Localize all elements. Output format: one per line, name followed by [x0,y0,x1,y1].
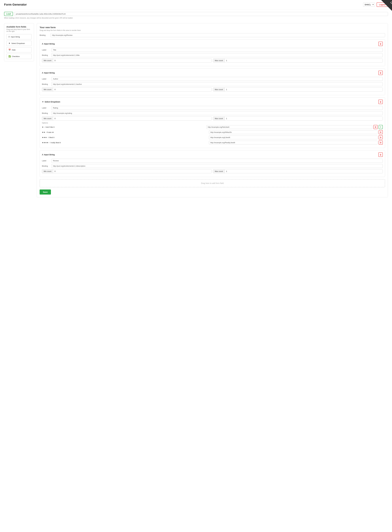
max-count-label-rating: Max count [213,117,225,120]
binding-label-rating: Binding [42,112,50,114]
option-uri-input-0[interactable] [206,125,372,129]
load-button[interactable]: Load [4,12,13,16]
delete-card-author[interactable]: 🗑 [378,71,383,75]
delete-option-1[interactable]: 🗑 [379,130,383,134]
right-panel: Your new form Drag and drop the form fie… [37,23,388,197]
label-label-review: Label [42,160,50,162]
min-count-label-author: Min count [42,88,53,91]
load-hint: When loading a form resource, any change… [0,17,392,21]
chip-checkbox[interactable]: ✅ Checkbox [6,54,32,59]
label-row-author: Label [42,77,383,81]
option-text-1: ★★ - It was ok [42,131,208,133]
drop-zone-label: Drag here to add form field [201,182,224,184]
option-uri-input-3[interactable] [209,141,378,145]
min-count-input-author[interactable] [53,88,211,91]
select-dropdown-icon: ▼ [9,42,10,44]
type-icon-title: Λ [42,43,43,45]
min-count-input-rating[interactable] [53,117,211,120]
options-label: Options [42,122,383,124]
count-row-author: Min count Max count [42,88,383,92]
option-uri-input-1[interactable] [209,131,378,134]
load-input[interactable] [14,12,388,16]
chip-select-dropdown[interactable]: ▼ Select Dropdown [6,41,32,46]
date-icon: 📅 [9,49,11,51]
binding-input-rating[interactable] [51,111,383,115]
max-count-input-author[interactable] [225,88,383,91]
binding-input-review[interactable] [51,164,383,168]
header: Form Generator SHACL Logout [0,0,392,9]
header-controls: SHACL Logout [363,2,388,7]
right-panel-subtitle: Drag and drop the form fields in this ar… [40,29,385,31]
max-count-label-author: Max count [213,88,225,91]
binding-row-author: Binding [42,82,383,86]
add-option-button[interactable]: + [379,125,383,129]
card-header-author: Λ Input String 🗑 [42,71,383,75]
max-count-input-rating[interactable] [225,117,383,120]
app-title: Form Generator [4,3,27,6]
main-layout: Available form fields Drag and drop them… [0,21,392,201]
type-icon-review: Λ [42,154,43,156]
label-input-title[interactable] [51,48,383,52]
binding-label-author: Binding [42,83,50,85]
max-count-input-review[interactable] [225,169,383,173]
drop-zone[interactable]: Drag here to add form field [40,179,385,187]
max-count-group-rating: Max count [213,117,383,121]
option-text-2: ★★★ - I liked it [42,136,208,138]
left-panel-title: Available form fields [6,26,32,28]
max-count-label-review: Max count [213,169,225,173]
label-input-review[interactable] [51,159,383,163]
min-count-label-rating: Min count [42,117,53,120]
binding-row-review: Binding [42,164,383,168]
card-type-title: Λ Input String [42,43,55,45]
delete-option-0[interactable]: 🗑 [373,125,378,129]
label-input-rating[interactable] [51,106,383,110]
max-count-group-review: Max count [213,169,383,173]
label-input-author[interactable] [51,77,383,81]
load-bar: Load [0,9,392,17]
field-card-rating: ▼ Select Dropdown 🗑 Label Binding Min co… [40,97,385,148]
binding-label-title: Binding [42,54,50,56]
label-row-title: Label [42,48,383,52]
min-count-group-author: Min count [42,88,212,92]
chip-select-dropdown-label: Select Dropdown [11,42,25,44]
option-text-0: ★ - I don't like it [42,126,205,128]
delete-option-3[interactable]: 🗑 [379,140,383,145]
chip-date-label: Date [12,49,15,51]
chip-input-string[interactable]: Λ Input String [6,34,32,39]
shacl-select[interactable]: SHACL [363,3,375,7]
checkbox-icon: ✅ [9,55,11,57]
delete-card-rating[interactable]: 🗑 [378,100,383,104]
card-type-author: Λ Input String [42,72,55,74]
label-label-rating: Label [42,107,50,109]
type-icon-author: Λ [42,72,43,74]
card-header-rating: ▼ Select Dropdown 🗑 [42,100,383,104]
option-row-0: ★ - I don't like it 🗑 + [42,125,383,129]
chip-checkbox-label: Checkbox [12,55,20,57]
delete-option-2[interactable]: 🗑 [379,135,383,139]
field-card-author: Λ Input String 🗑 Label Binding Min count [40,68,385,95]
fork-text: Forkme onGitHub [390,0,392,6]
option-text-3: ★★★★ - I really liked it [42,142,208,144]
binding-input-author[interactable] [51,82,383,86]
option-uri-input-2[interactable] [209,135,378,139]
label-label-author: Label [42,78,50,80]
count-row-rating: Min count Max count [42,117,383,121]
type-icon-rating: ▼ [42,101,44,103]
chip-date[interactable]: 📅 Date [6,47,32,52]
min-count-group-review: Min count [42,169,212,173]
delete-card-review[interactable]: 🗑 [378,153,383,157]
min-count-group-title: Min count [42,59,212,62]
right-panel-title: Your new form [40,26,385,29]
delete-card-title[interactable]: 🗑 [378,42,383,46]
min-count-group-rating: Min count [42,117,212,121]
binding-input-title[interactable] [51,53,383,57]
min-count-input-title[interactable] [53,59,211,62]
count-row-review: Min count Max count [42,169,383,173]
max-count-input-title[interactable] [225,59,383,62]
count-row-title: Min count Max count [42,59,383,62]
binding-row-title: Binding [42,53,383,57]
top-binding-input[interactable] [51,33,385,37]
save-button[interactable]: Save [40,190,51,195]
min-count-input-review[interactable] [53,169,211,173]
card-type-review: Λ Input String [42,154,55,156]
